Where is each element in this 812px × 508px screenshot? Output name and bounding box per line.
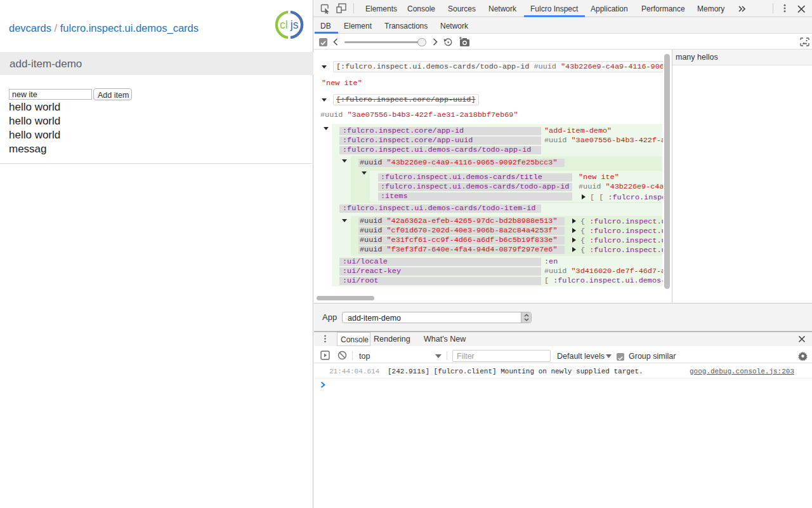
svg-text:js: js (289, 18, 298, 31)
svg-text:cl: cl (280, 18, 288, 31)
